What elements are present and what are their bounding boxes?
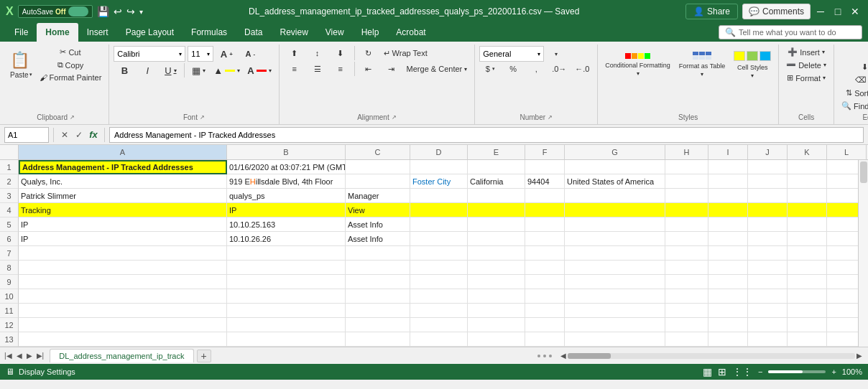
cell-k4[interactable] (788, 203, 827, 217)
row-header-4[interactable]: 4 (0, 203, 19, 217)
tab-page-layout[interactable]: Page Layout (117, 23, 183, 42)
close-button[interactable]: ✕ (848, 4, 862, 19)
cell-reference-box[interactable]: A1 (4, 127, 49, 143)
cell-k5[interactable] (788, 217, 827, 232)
cell-d3[interactable] (410, 189, 468, 203)
comments-button[interactable]: 💬 Comments (742, 4, 811, 19)
cell-i4[interactable] (708, 203, 748, 217)
horizontal-scrollbar[interactable] (568, 353, 855, 359)
hscrollbar-thumb[interactable] (568, 353, 611, 359)
cell-g12[interactable] (565, 318, 665, 332)
percent-button[interactable]: % (502, 63, 524, 75)
sum-button[interactable]: Σ ▾ (839, 46, 868, 60)
cell-c6[interactable]: Asset Info (346, 232, 410, 246)
tab-view[interactable]: View (317, 23, 353, 42)
tab-nav-next[interactable]: ▶ (25, 351, 34, 360)
row-header-8[interactable]: 8 (0, 261, 19, 275)
cell-d11[interactable] (410, 304, 468, 318)
cell-b6[interactable]: 10.10.26.26 (227, 232, 346, 246)
cell-g2[interactable]: United States of America (565, 174, 665, 189)
cell-k2[interactable] (788, 174, 827, 189)
cell-h6[interactable] (665, 232, 708, 246)
cell-f10[interactable] (525, 289, 565, 304)
cell-e1[interactable] (468, 160, 525, 174)
scroll-right-button[interactable]: ▶ (857, 352, 862, 360)
row-header-5[interactable]: 5 (0, 217, 19, 232)
cell-a12[interactable] (19, 318, 227, 332)
cell-k12[interactable] (788, 318, 827, 332)
cell-d8[interactable] (410, 261, 468, 275)
cell-a9[interactable] (19, 275, 227, 289)
align-middle-button[interactable]: ↕ (307, 46, 328, 60)
cell-i11[interactable] (708, 304, 748, 318)
cell-k13[interactable] (788, 332, 827, 347)
cell-a10[interactable] (19, 289, 227, 304)
fx-button[interactable]: fx (87, 128, 100, 141)
cell-f13[interactable] (525, 332, 565, 347)
cell-j4[interactable] (748, 203, 788, 217)
row-header-7[interactable]: 7 (0, 246, 19, 261)
text-direction-button[interactable]: ↻ (358, 46, 379, 60)
increase-indent-button[interactable]: ⇥ (381, 62, 402, 76)
decrease-indent-button[interactable]: ⇤ (358, 62, 379, 76)
cell-c12[interactable] (346, 318, 410, 332)
cell-a11[interactable] (19, 304, 227, 318)
cell-g5[interactable] (565, 217, 665, 232)
italic-button[interactable]: I (137, 64, 158, 78)
cell-f7[interactable] (525, 246, 565, 261)
cell-a3[interactable]: Patrick Slimmer (19, 189, 227, 203)
find-select-button[interactable]: 🔍 Find & Select ▾ (839, 100, 868, 112)
row-header-13[interactable]: 13 (0, 332, 19, 347)
cell-g3[interactable] (565, 189, 665, 203)
col-header-d[interactable]: D (410, 145, 468, 159)
tab-home[interactable]: Home (37, 23, 78, 42)
number-format-more[interactable]: ▾ (545, 46, 567, 62)
row-header-3[interactable]: 3 (0, 189, 19, 203)
cell-b4[interactable]: IP (227, 203, 346, 217)
tab-insert[interactable]: Insert (78, 23, 117, 42)
col-header-c[interactable]: C (346, 145, 410, 159)
cell-a7[interactable] (19, 246, 227, 261)
alignment-expander[interactable]: ↗ (392, 114, 397, 121)
cell-e5[interactable] (468, 217, 525, 232)
cell-d2[interactable]: Foster City (410, 174, 468, 189)
cell-d7[interactable] (410, 246, 468, 261)
cell-i6[interactable] (708, 232, 748, 246)
cell-c3[interactable]: Manager (346, 189, 410, 203)
cell-f8[interactable] (525, 261, 565, 275)
cell-e13[interactable] (468, 332, 525, 347)
col-header-i[interactable]: I (708, 145, 748, 159)
cell-a1[interactable]: Address Management - IP Tracked Addresse… (19, 160, 227, 174)
scroll-left-button[interactable]: ◀ (560, 352, 566, 360)
cell-d9[interactable] (410, 275, 468, 289)
merge-center-button[interactable]: Merge & Center ▾ (404, 62, 471, 76)
cell-e9[interactable] (468, 275, 525, 289)
cell-i9[interactable] (708, 275, 748, 289)
increase-decimal-button[interactable]: ←.0 (571, 63, 593, 75)
cell-k10[interactable] (788, 289, 827, 304)
cell-b3[interactable]: qualys_ps (227, 189, 346, 203)
cell-b7[interactable] (227, 246, 346, 261)
cell-h3[interactable] (665, 189, 708, 203)
increase-font-button[interactable]: A+ (216, 47, 237, 61)
row-header-2[interactable]: 2 (0, 174, 19, 189)
align-right-button[interactable]: ≡ (330, 62, 351, 76)
col-header-f[interactable]: F (525, 145, 565, 159)
cell-f3[interactable] (525, 189, 565, 203)
row-header-12[interactable]: 12 (0, 318, 19, 332)
cell-e10[interactable] (468, 289, 525, 304)
col-header-k[interactable]: K (788, 145, 827, 159)
cell-j11[interactable] (748, 304, 788, 318)
zoom-slider[interactable] (768, 370, 826, 373)
tab-acrobat[interactable]: Acrobat (387, 23, 434, 42)
search-bar[interactable]: 🔍 Tell me what you want to do (719, 25, 862, 39)
conditional-formatting-button[interactable]: Conditional Formatting ▾ (602, 46, 673, 83)
formula-input[interactable]: Address Management - IP Tracked Addresse… (109, 127, 864, 143)
cell-f9[interactable] (525, 275, 565, 289)
decrease-font-button[interactable]: A- (239, 48, 261, 60)
col-header-g[interactable]: G (565, 145, 665, 159)
delete-button[interactable]: ➖ Delete ▾ (783, 59, 829, 71)
cell-c2[interactable] (346, 174, 410, 189)
cell-i1[interactable] (708, 160, 748, 174)
cell-k3[interactable] (788, 189, 827, 203)
